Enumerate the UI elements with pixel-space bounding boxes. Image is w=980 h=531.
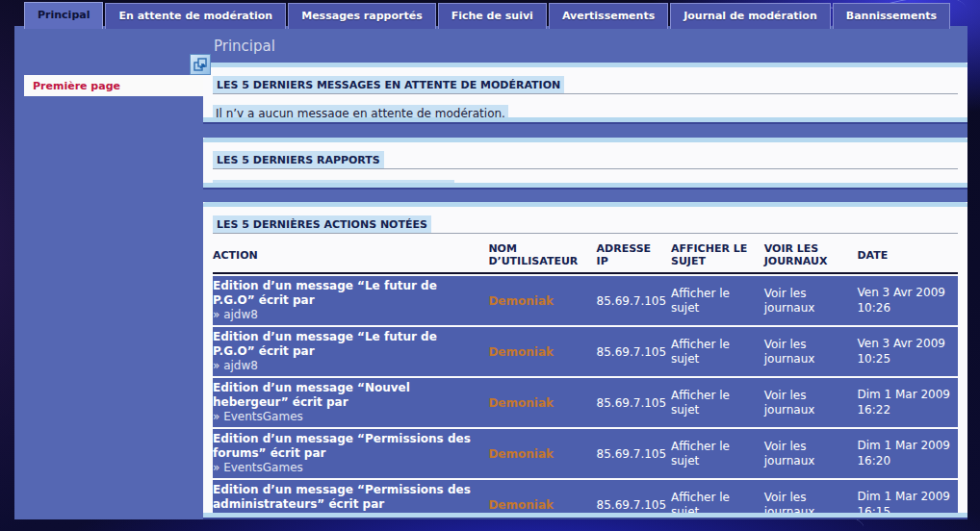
- panel-bottom-strip: [203, 513, 967, 518]
- column-header-topic: AFFICHER LE SUJET: [671, 239, 764, 271]
- tab-messages-rapport-s[interactable]: Messages rapportés: [288, 3, 435, 29]
- panel-pending-title: LES 5 DERNIERS MESSAGES EN ATTENTE DE MO…: [213, 76, 564, 93]
- show-topic-link[interactable]: Afficher le sujet: [671, 286, 764, 316]
- target-user-link[interactable]: » ajdw8: [213, 308, 258, 321]
- resize-panel-button[interactable]: [190, 54, 211, 75]
- tab-bannissements[interactable]: Bannissements: [833, 3, 950, 29]
- panel-bottom-strip: [203, 117, 967, 122]
- column-header-action: ACTION: [213, 245, 488, 266]
- username-link[interactable]: Demoniak: [488, 497, 596, 513]
- username-link[interactable]: Demoniak: [488, 446, 596, 462]
- actions-table-header: ACTION NOM D’UTILISATEUR ADRESSE IP AFFI…: [213, 238, 958, 274]
- view-logs-link[interactable]: Voir les journaux: [764, 286, 858, 316]
- table-row: Edition d’un message “Permissions des fo…: [213, 429, 958, 478]
- view-logs-link[interactable]: Voir les journaux: [764, 337, 858, 367]
- show-topic-link[interactable]: Afficher le sujet: [671, 337, 764, 367]
- panel-pending-heading: LES 5 DERNIERS MESSAGES EN ATTENTE DE MO…: [213, 74, 958, 94]
- action-date: Dim 1 Mar 2009 16:20: [857, 438, 957, 469]
- tab-principal[interactable]: Principal: [24, 2, 103, 29]
- target-user-link[interactable]: » EventsGames: [213, 461, 303, 474]
- tab-avertissements[interactable]: Avertissements: [549, 3, 668, 29]
- ip-address: 85.69.7.105: [597, 395, 671, 411]
- panel-actions-title: LES 5 DERNIÈRES ACTIONS NOTÉES: [213, 215, 431, 233]
- action-date: Dim 1 Mar 2009 16:22: [857, 387, 957, 418]
- username-link[interactable]: Demoniak: [488, 293, 596, 309]
- table-row: Edition d’un message “Nouvel hebergeur” …: [213, 378, 958, 427]
- panel-pending-messages: LES 5 DERNIERS MESSAGES EN ATTENTE DE MO…: [203, 63, 967, 124]
- tab-en-attente-de-mod-ration[interactable]: En attente de modération: [105, 3, 286, 29]
- panel-bottom-strip: [203, 183, 967, 188]
- username-link[interactable]: Demoniak: [488, 395, 596, 411]
- action-cell: Edition d’un message “Permissions des fo…: [213, 431, 488, 476]
- main-content: LES 5 DERNIERS MESSAGES EN ATTENTE DE MO…: [203, 63, 967, 519]
- action-date: Ven 3 Avr 2009 10:25: [857, 336, 957, 367]
- column-header-date: DATE: [857, 245, 957, 266]
- target-user-link[interactable]: » EventsGames: [213, 410, 303, 423]
- target-user-link[interactable]: » ajdw8: [213, 359, 258, 372]
- column-header-username: NOM D’UTILISATEUR: [488, 239, 596, 271]
- column-header-logs: VOIR LES JOURNAUX: [764, 239, 858, 271]
- expand-arrow-icon: [193, 57, 208, 72]
- panel-actions-heading: LES 5 DERNIÈRES ACTIONS NOTÉES: [213, 214, 958, 234]
- ip-address: 85.69.7.105: [597, 293, 671, 309]
- moderation-panel: Principal Première page LES 5 DERNIERS M…: [14, 26, 967, 519]
- sidebar: Première page: [24, 75, 203, 96]
- moderation-tabbar: PrincipalEn attente de modérationMessage…: [24, 3, 950, 29]
- panel-logged-actions: LES 5 DERNIÈRES ACTIONS NOTÉES ACTION NO…: [203, 202, 967, 519]
- panel-reports-heading: LES 5 DERNIERS RAPPORTS: [213, 149, 958, 169]
- panel-reports: LES 5 DERNIERS RAPPORTS Il n’y a aucun r…: [203, 138, 967, 190]
- tab-fiche-de-suivi[interactable]: Fiche de suivi: [438, 3, 547, 29]
- ip-address: 85.69.7.105: [597, 344, 671, 360]
- view-logs-link[interactable]: Voir les journaux: [764, 439, 858, 469]
- show-topic-link[interactable]: Afficher le sujet: [671, 388, 764, 418]
- action-date: Ven 3 Avr 2009 10:26: [857, 285, 957, 316]
- ip-address: 85.69.7.105: [597, 497, 671, 513]
- actions-table-body: Edition d’un message “Le futur de P.G.O”…: [213, 276, 958, 519]
- sidebar-item-premiere-page[interactable]: Première page: [24, 80, 120, 92]
- panel-reports-title: LES 5 DERNIERS RAPPORTS: [213, 151, 384, 168]
- action-cell: Edition d’un message “Le futur de P.G.O”…: [213, 278, 488, 323]
- action-cell: Edition d’un message “Le futur de P.G.O”…: [213, 329, 488, 374]
- tab-journal-de-mod-ration[interactable]: Journal de modération: [670, 3, 831, 29]
- username-link[interactable]: Demoniak: [488, 344, 596, 360]
- ip-address: 85.69.7.105: [597, 446, 671, 462]
- column-header-ip: ADRESSE IP: [597, 239, 671, 271]
- page-title: Principal: [214, 38, 275, 55]
- actions-table: ACTION NOM D’UTILISATEUR ADRESSE IP AFFI…: [213, 238, 958, 519]
- show-topic-link[interactable]: Afficher le sujet: [671, 439, 764, 469]
- action-cell: Edition d’un message “Nouvel hebergeur” …: [213, 380, 488, 425]
- table-row: Edition d’un message “Le futur de P.G.O”…: [213, 276, 958, 325]
- table-row: Edition d’un message “Le futur de P.G.O”…: [213, 327, 958, 376]
- view-logs-link[interactable]: Voir les journaux: [764, 388, 858, 418]
